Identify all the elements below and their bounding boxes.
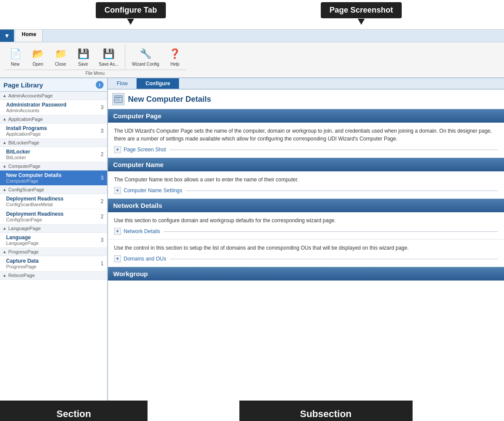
section-body-computer-page: The UDI Wizard's Computer Page sets the … xyxy=(108,123,504,158)
subsection-chevron-icon: ▼ xyxy=(114,255,121,262)
open-label: Open xyxy=(33,62,43,67)
item-subtitle: BitLocker xyxy=(6,155,101,160)
wizard-config-label: Wizard Config xyxy=(132,62,159,67)
help-label: Help xyxy=(171,62,180,67)
chevron-icon: ▲ xyxy=(3,94,7,98)
page-library-title: Page Library xyxy=(3,81,43,89)
ribbon-file-menu: 📄 New 📂 Open 📁 Close 💾 Save 💾 Sav xyxy=(4,45,186,76)
close-button[interactable]: 📁 Close xyxy=(50,45,71,69)
close-label: Close xyxy=(55,62,66,67)
sidebar-item-install-programs[interactable]: Install Programs ApplicationPage 3 xyxy=(0,124,107,139)
section-body-network-details: Use this section to configure domain and… xyxy=(108,212,504,240)
page-icon xyxy=(112,93,124,105)
info-icon[interactable]: i xyxy=(96,81,104,89)
sidebar-item-deployment-configscan[interactable]: Deployment Readiness ConfigScanPage 2 xyxy=(0,209,107,224)
computer-name-description: The Computer Name text box allows a user… xyxy=(114,176,498,184)
group-label: AdminAccountsPage xyxy=(8,93,53,98)
item-content: Language LanguagePage xyxy=(6,234,101,246)
subsection-line xyxy=(170,259,498,259)
sidebar-group-computer[interactable]: ▲ ComputerPage xyxy=(0,162,107,170)
sidebar-item-new-computer[interactable]: New Computer Details ComputerPage 3 xyxy=(0,170,107,186)
sidebar-list: ▲ AdminAccountsPage Administrator Passwo… xyxy=(0,92,107,401)
item-content: New Computer Details ComputerPage xyxy=(6,172,101,184)
item-badge: 3 xyxy=(101,128,104,134)
network-details-description: Use this section to configure domain and… xyxy=(114,217,498,224)
item-subtitle: ConfigScanBareMetal xyxy=(6,202,101,207)
item-title: BitLocker xyxy=(6,149,101,155)
item-title: Language xyxy=(6,234,101,241)
subsection-page-screenshot[interactable]: ▼ Page Screen Shot xyxy=(114,146,498,153)
sidebar-group-bitlocker[interactable]: ▲ BitLockerPage xyxy=(0,139,107,147)
save-as-button[interactable]: 💾 Save As... xyxy=(95,45,122,69)
subsection-label: Page Screen Shot xyxy=(124,147,166,153)
sidebar-item-language[interactable]: Language LanguagePage 3 xyxy=(0,233,107,248)
open-icon: 📂 xyxy=(31,47,45,61)
save-button[interactable]: 💾 Save xyxy=(72,45,94,69)
section-header-computer-page: Computer Page xyxy=(108,109,504,123)
subsection-line xyxy=(186,190,498,191)
item-content: Install Programs ApplicationPage xyxy=(6,125,101,137)
new-button[interactable]: 📄 New xyxy=(4,45,26,69)
ribbon-divider xyxy=(125,45,125,69)
subsection-label: Domains and OUs xyxy=(124,256,166,262)
item-badge: 2 xyxy=(101,198,104,204)
bottom-right-space xyxy=(413,401,504,421)
item-content: Capture Data ProgressPage xyxy=(6,258,101,269)
sidebar-item-admin-password[interactable]: Administrator Password AdminAccounts 3 xyxy=(0,100,107,115)
wizard-config-button[interactable]: 🔧 Wizard Config xyxy=(128,45,163,69)
save-as-label: Save As... xyxy=(99,62,118,67)
group-label: RebootPage xyxy=(8,273,35,278)
help-button[interactable]: ❓ Help xyxy=(164,45,186,69)
item-badge: 3 xyxy=(101,237,104,243)
sidebar-header: Page Library i xyxy=(0,78,107,92)
group-label: ProgressPage xyxy=(8,249,39,254)
tab-configure[interactable]: Configure xyxy=(137,78,179,89)
sidebar-group-progress[interactable]: ▲ ProgressPage xyxy=(0,248,107,256)
bottom-labels: Section Subsection xyxy=(0,401,504,421)
item-subtitle: ComputerPage xyxy=(6,178,101,184)
subsection-computer-name-settings[interactable]: ▼ Computer Name Settings xyxy=(114,187,498,194)
open-button[interactable]: 📂 Open xyxy=(27,45,49,69)
subsection-line xyxy=(169,150,498,150)
save-as-icon: 💾 xyxy=(102,47,116,61)
subsection-chevron-icon: ▼ xyxy=(114,187,121,194)
subsection-domains-ous[interactable]: ▼ Domains and OUs xyxy=(114,255,498,262)
item-subtitle: ProgressPage xyxy=(6,264,101,269)
close-icon: 📁 xyxy=(54,47,67,61)
page-title-bar: New Computer Details xyxy=(108,90,504,109)
ribbon-tab-home[interactable]: Home xyxy=(16,30,43,42)
subsection-label: Network Details xyxy=(124,228,160,234)
item-content: Administrator Password AdminAccounts xyxy=(6,102,101,113)
sidebar-item-bitlocker[interactable]: BitLocker BitLocker 2 xyxy=(0,147,107,162)
content-tabs: Flow Configure xyxy=(108,78,504,90)
section-body-computer-name: The Computer Name text box allows a user… xyxy=(108,171,504,199)
chevron-icon: ▲ xyxy=(3,250,7,254)
help-icon: ❓ xyxy=(168,47,182,61)
section-bottom-label: Section xyxy=(0,401,148,421)
subsection-network-details[interactable]: ▼ Network Details xyxy=(114,228,498,235)
chevron-icon: ▲ xyxy=(3,226,7,231)
network-2-description: Use the control in this section to setup… xyxy=(114,244,498,252)
chevron-icon: ▲ xyxy=(3,187,7,192)
group-label: BitLockerPage xyxy=(8,140,40,145)
sidebar-item-deployment-baremetal[interactable]: Deployment Readiness ConfigScanBareMetal… xyxy=(0,194,107,209)
sidebar-group-configscan[interactable]: ▲ ConfigScanPage xyxy=(0,186,107,194)
sidebar-group-language[interactable]: ▲ LanguagePage xyxy=(0,224,107,233)
sidebar-group-admin[interactable]: ▲ AdminAccountsPage xyxy=(0,92,107,100)
item-title: Capture Data xyxy=(6,258,101,264)
ribbon-menu-icon[interactable]: ▼ xyxy=(0,30,14,42)
svg-rect-3 xyxy=(115,100,121,101)
chevron-icon: ▲ xyxy=(3,140,7,145)
computer-page-description: The UDI Wizard's Computer Page sets the … xyxy=(114,127,498,143)
sidebar-group-reboot[interactable]: ▲ RebootPage xyxy=(0,271,107,280)
item-subtitle: ApplicationPage xyxy=(6,131,101,137)
group-label: ComputerPage xyxy=(8,164,40,169)
sidebar-group-app[interactable]: ▲ ApplicationPage xyxy=(0,115,107,124)
item-subtitle: AdminAccounts xyxy=(6,108,101,113)
item-title: Administrator Password xyxy=(6,102,101,108)
item-subtitle: LanguagePage xyxy=(6,241,101,246)
new-label: New xyxy=(11,62,20,67)
sidebar-item-capture-data[interactable]: Capture Data ProgressPage 1 xyxy=(0,256,107,271)
chevron-icon: ▲ xyxy=(3,164,7,168)
tab-flow[interactable]: Flow xyxy=(108,78,137,89)
